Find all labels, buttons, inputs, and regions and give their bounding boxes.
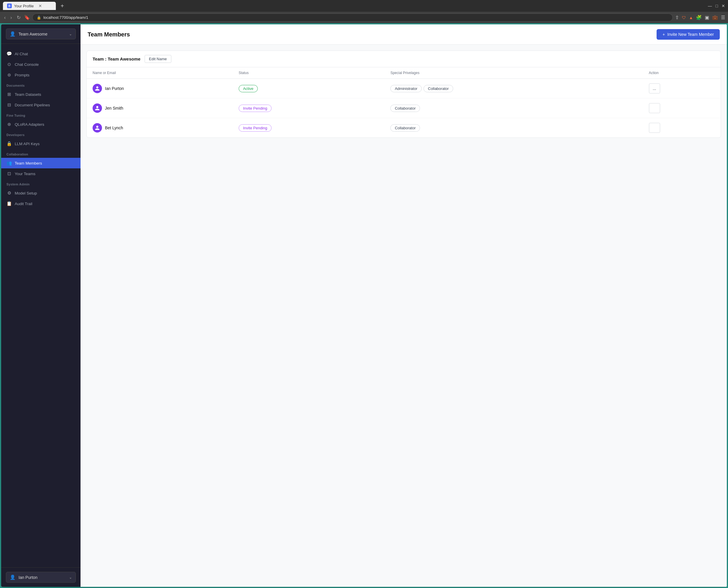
team-selector-label: Team Awesome [19, 32, 48, 37]
api-keys-icon: 🔒 [6, 141, 12, 146]
section-label-collaboration: Collaboration [1, 149, 81, 158]
status-badge: Invite Pending [238, 124, 272, 132]
member-name-cell: Ian Purton [87, 79, 233, 99]
member-privileges-cell: AdministratorCollaborator [384, 79, 643, 99]
member-avatar [92, 84, 102, 93]
member-action-cell: ... [643, 79, 721, 99]
browser-toolbar-right: ⇧ 🛡 ▲ 🧩 ▣ 💼 ☰ [675, 15, 725, 20]
ai-chat-icon: 💬 [6, 51, 12, 57]
section-label-documents: Documents [1, 80, 81, 89]
sidebar-item-label: Audit Trail [15, 202, 32, 206]
main-body: Team : Team Awesome Edit Name Name or Em… [81, 45, 727, 587]
table-row: Bet Lynch Invite PendingCollaborator [87, 118, 721, 138]
sidebar-toggle-icon[interactable]: ▣ [705, 15, 709, 20]
sidebar-item-label: Model Setup [15, 191, 37, 195]
edit-name-button[interactable]: Edit Name [145, 55, 171, 63]
user-avatar-icon: 👤 [10, 574, 16, 580]
model-setup-icon: ⚙ [6, 190, 12, 196]
your-teams-icon: ⊡ [6, 171, 12, 176]
team-person-icon: 👤 [10, 31, 16, 37]
qlora-icon: ⊛ [6, 122, 12, 127]
window-controls: — □ ✕ [708, 3, 725, 8]
team-selector[interactable]: 👤 Team Awesome ⌄ [6, 28, 76, 39]
member-action-cell [643, 118, 721, 138]
sidebar-footer: 👤 Ian Purton ⌄ [1, 567, 81, 587]
audit-trail-icon: 📋 [6, 201, 12, 206]
menu-icon[interactable]: ☰ [721, 15, 725, 20]
sidebar-item-model-setup[interactable]: ⚙ Model Setup [1, 188, 81, 198]
member-status-cell: Invite Pending [233, 99, 385, 118]
col-header-status: Status [233, 67, 385, 79]
member-avatar [92, 103, 102, 113]
main-content: Team Members + Invite New Team Member Te… [81, 24, 727, 587]
sidebar-item-qlora-adapters[interactable]: ⊛ QLoRA Adapters [1, 119, 81, 130]
main-header: Team Members + Invite New Team Member [81, 24, 727, 45]
forward-button[interactable]: › [9, 14, 13, 21]
sidebar-item-chat-console[interactable]: ⊙ Chat Console [1, 59, 81, 70]
team-selector-chevron-icon: ⌄ [69, 32, 72, 36]
user-profile[interactable]: 👤 Ian Purton ⌄ [6, 572, 76, 583]
col-header-action: Action [643, 67, 721, 79]
window-close-button[interactable]: ✕ [722, 3, 725, 8]
table-row: Ian Purton ActiveAdministratorCollaborat… [87, 79, 721, 99]
brave-bat-icon[interactable]: ▲ [689, 15, 693, 20]
window-minimize-button[interactable]: — [708, 3, 712, 8]
browser-titlebar: B Your Profile ✕ + — □ ✕ [0, 0, 728, 12]
browser-chrome: B Your Profile ✕ + — □ ✕ ‹ › ↻ 🔖 🔒 local… [0, 0, 728, 23]
browser-tab[interactable]: B Your Profile ✕ [3, 2, 56, 10]
tab-close-button[interactable]: ✕ [39, 3, 42, 8]
document-pipelines-icon: ⊟ [6, 102, 12, 108]
sidebar-item-ai-chat[interactable]: 💬 AI Chat [1, 48, 81, 59]
reload-button[interactable]: ↻ [16, 14, 22, 21]
browser-toolbar: ‹ › ↻ 🔖 🔒 localhost:7700/app/team/1 ⇧ 🛡 … [0, 12, 728, 23]
share-icon[interactable]: ⇧ [675, 15, 679, 20]
members-table: Name or Email Status Special Privelages … [87, 67, 721, 138]
member-privileges-cell: Collaborator [384, 118, 643, 138]
sidebar-item-document-pipelines[interactable]: ⊟ Document Pipelines [1, 100, 81, 110]
extensions-icon[interactable]: 🧩 [696, 15, 702, 20]
section-label-fine-tuning: Fine Tuning [1, 110, 81, 119]
member-avatar [92, 123, 102, 132]
new-tab-button[interactable]: + [58, 3, 66, 9]
wallet-icon[interactable]: 💼 [712, 15, 718, 20]
address-bar[interactable]: 🔒 localhost:7700/app/team/1 [32, 14, 673, 21]
member-action-cell [643, 99, 721, 118]
security-icon: 🔒 [37, 16, 41, 20]
privilege-badge: Administrator [390, 85, 422, 92]
sidebar-item-team-members[interactable]: 👥 Team Members [1, 158, 81, 168]
member-status-cell: Invite Pending [233, 118, 385, 138]
sidebar-item-audit-trail[interactable]: 📋 Audit Trail [1, 198, 81, 209]
col-header-privileges: Special Privelages [384, 67, 643, 79]
bookmark-button[interactable]: 🔖 [24, 15, 30, 20]
sidebar-item-label: LLM API Keys [15, 142, 40, 146]
tab-favicon: B [7, 3, 12, 8]
invite-new-team-member-button[interactable]: + Invite New Team Member [657, 29, 720, 40]
window-maximize-button[interactable]: □ [716, 3, 718, 8]
member-action-button[interactable] [649, 103, 660, 113]
team-datasets-icon: ⊞ [6, 92, 12, 97]
status-badge: Active [238, 85, 258, 92]
team-name-label: Team : Team Awesome [92, 57, 141, 61]
user-profile-chevron-icon: ⌄ [69, 575, 72, 580]
sidebar-item-team-datasets[interactable]: ⊞ Team Datasets [1, 89, 81, 100]
sidebar-item-label: Team Members [15, 161, 42, 165]
sidebar-item-label: Your Teams [15, 172, 36, 176]
page-title: Team Members [88, 31, 130, 38]
col-header-name: Name or Email [87, 67, 233, 79]
sidebar-header: 👤 Team Awesome ⌄ [1, 24, 81, 44]
sidebar-item-llm-api-keys[interactable]: 🔒 LLM API Keys [1, 139, 81, 149]
member-name: Bet Lynch [105, 125, 123, 130]
sidebar-item-label: AI Chat [15, 52, 28, 56]
member-action-button[interactable] [649, 123, 660, 133]
table-row: Jen Smith Invite PendingCollaborator [87, 99, 721, 118]
member-privileges-cell: Collaborator [384, 99, 643, 118]
url-text: localhost:7700/app/team/1 [43, 15, 88, 20]
member-action-button[interactable]: ... [649, 83, 660, 93]
sidebar-item-your-teams[interactable]: ⊡ Your Teams [1, 168, 81, 179]
app-window: 👤 Team Awesome ⌄ 💬 AI Chat ⊙ Chat Consol… [1, 24, 727, 587]
team-card: Team : Team Awesome Edit Name Name or Em… [86, 50, 721, 138]
back-button[interactable]: ‹ [3, 14, 7, 21]
sidebar-item-prompts[interactable]: ⊚ Prompts [1, 70, 81, 80]
brave-shield-icon[interactable]: 🛡 [682, 15, 686, 20]
privilege-badge: Collaborator [423, 85, 453, 92]
